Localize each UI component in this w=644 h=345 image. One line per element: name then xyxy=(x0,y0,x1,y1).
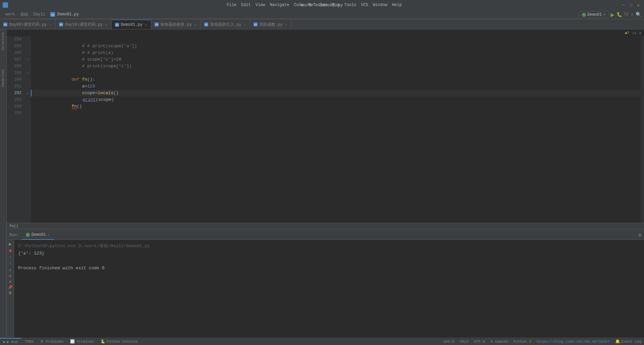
scroll-down-button[interactable]: ↓ xyxy=(9,261,11,266)
structure-tab[interactable]: Structure xyxy=(1,29,6,53)
fold-289[interactable]: ⊟ xyxy=(26,70,28,76)
bottom-tab-problems[interactable]: ⑥ Problems xyxy=(37,338,67,345)
warnings-chevron[interactable]: ∧ xyxy=(639,31,641,35)
editor-status-bar: fn() xyxy=(7,223,644,229)
scroll-up-button[interactable]: ↑ xyxy=(9,255,11,260)
breadcrumb-file[interactable]: Demo01.py xyxy=(57,12,79,17)
scrollbar-area[interactable] xyxy=(641,36,644,223)
bottom-tab-python-console[interactable]: 🐍 Python Console xyxy=(97,338,141,345)
console-output[interactable]: D:\Python38\python.exe D:/work/基础/Day11/… xyxy=(14,240,644,338)
menu-vcs[interactable]: VCS xyxy=(359,2,370,8)
filter-button[interactable]: ⊟ xyxy=(9,274,11,278)
ln-289: 289 xyxy=(9,70,21,76)
menu-window[interactable]: Window xyxy=(371,2,389,8)
editor-and-panel: ▲7 ✓1 ∧ 284 285 286 287 288 289 290 xyxy=(7,29,644,338)
panel-tab-close[interactable]: ✕ xyxy=(48,232,50,237)
bottom-tab-terminal[interactable]: ⬜ Terminal xyxy=(67,338,97,345)
panel-tab-icon xyxy=(26,233,30,237)
panel-tab-demo01[interactable]: Demo01 ✕ xyxy=(22,230,54,240)
run-tab-icon: ▶ xyxy=(3,340,6,344)
maximize-button[interactable]: □ xyxy=(628,2,634,8)
menu-edit[interactable]: Edit xyxy=(239,2,253,8)
ok-count[interactable]: ✓1 xyxy=(632,31,636,35)
status-line-ending[interactable]: CRLF xyxy=(457,338,471,345)
pin-button[interactable]: 📌 xyxy=(8,285,13,289)
favorites-tab[interactable]: Favorites xyxy=(1,66,6,90)
breadcrumb-work[interactable]: work xyxy=(5,12,15,17)
coverage-button[interactable]: 🛡 xyxy=(624,12,629,17)
tab-decorator-intro[interactable]: py 装饰器的引入.py ✕ xyxy=(201,20,250,29)
menu-file[interactable]: File xyxy=(225,2,238,8)
gutter-287: ⊟ xyxy=(24,56,31,63)
code-line-284: # # print(scope['a']) xyxy=(31,36,641,43)
left-tool-strip: Structure Favorites xyxy=(0,29,7,338)
run-config-dropdown[interactable]: Demo01 ▾ xyxy=(579,11,608,18)
marker-292: ⚠ xyxy=(26,90,28,96)
trash-button[interactable]: 🗑 xyxy=(8,291,12,295)
debug-button[interactable]: 🐛 xyxy=(616,12,622,17)
breadcrumb-jichu[interactable]: 基础 xyxy=(20,12,28,17)
code-line-291: scope=locals() xyxy=(31,83,641,90)
bottom-tab-todo[interactable]: TODO xyxy=(21,338,37,345)
code-line-294 xyxy=(31,103,641,110)
console-cmd-line: D:\Python38\python.exe D:/work/基础/Day11/… xyxy=(18,243,640,250)
ln-295: 295 xyxy=(9,110,21,117)
console-output3: Process finished with exit code 0 xyxy=(18,265,640,272)
tab-label-higher-order: 高阶函数.py xyxy=(259,22,283,27)
tab-close-decorator-intro[interactable]: ✕ xyxy=(243,22,247,27)
status-event-log[interactable]: 🔔 Event Log xyxy=(612,338,644,345)
code-content[interactable]: # # print(scope['a']) # # print(a) # sco… xyxy=(31,36,641,223)
panel-body: ▶ ■ ↑ ↓ ≡ ⊟ ⊕ 📌 🗑 D:\Python38\python.exe… xyxy=(7,240,644,338)
status-crlf: CRLF xyxy=(460,340,469,344)
ln-291: 291 xyxy=(9,83,21,90)
stop-button[interactable]: ■ xyxy=(9,248,11,254)
status-python[interactable]: Python 3 xyxy=(511,338,534,345)
tab-day10[interactable]: py Day10\课堂代码.py ✕ xyxy=(56,20,111,29)
minimize-button[interactable]: ─ xyxy=(621,2,627,8)
tab-close-demo01[interactable]: ✕ xyxy=(144,22,148,27)
status-url[interactable]: https://blog.csdn.net/m0_46738467 xyxy=(534,338,612,345)
tab-decorator-use[interactable]: py 装饰器的使用.py ✕ xyxy=(151,20,201,29)
close-button[interactable]: ✕ xyxy=(635,2,641,8)
tab-close-decorator-use[interactable]: ✕ xyxy=(194,22,197,27)
code-line-292: print(scope) xyxy=(31,90,641,96)
search-everywhere-button[interactable]: 🔍 xyxy=(636,12,641,17)
fold-287[interactable]: ⊟ xyxy=(26,56,28,63)
tab-day09[interactable]: py Day09\课堂代码.py ✕ xyxy=(0,20,56,29)
soft-wrap-button[interactable]: ≡ xyxy=(9,268,11,272)
menu-help[interactable]: Help xyxy=(390,2,404,8)
code-line-293: fn() xyxy=(31,96,641,103)
bottom-tab-python-icon: 🐍 xyxy=(101,339,105,344)
print-button[interactable]: ⊕ xyxy=(9,279,11,284)
status-encoding[interactable]: UTF-8 xyxy=(471,338,488,345)
run-button[interactable]: ▶ xyxy=(611,11,614,18)
status-bar-right: 292:5 CRLF UTF-8 4 spaces Python 3 https… xyxy=(441,338,644,345)
menu-view[interactable]: View xyxy=(254,2,267,8)
status-indent[interactable]: 4 spaces xyxy=(488,338,511,345)
tab-close-day10[interactable]: ✕ xyxy=(104,22,108,27)
tab-demo01[interactable]: py Demo01.py ✕ xyxy=(112,20,151,29)
run-config-chevron: ▾ xyxy=(603,12,605,17)
gutter-286 xyxy=(24,50,31,56)
bottom-tab-run[interactable]: ▶ ▶ Run xyxy=(0,338,21,345)
panel-settings-button[interactable]: ⚙ xyxy=(639,232,641,238)
menu-tools[interactable]: Tools xyxy=(342,2,358,8)
code-line-290: a=123 xyxy=(31,76,641,83)
status-position[interactable]: 292:5 xyxy=(441,338,457,345)
menu-navigate[interactable]: Navigate xyxy=(268,2,291,8)
tab-close-day09[interactable]: ✕ xyxy=(49,22,52,27)
run-config-icon xyxy=(582,13,586,17)
breadcrumb-day11[interactable]: Day11 xyxy=(33,12,45,17)
tab-icon-demo01: py xyxy=(115,23,119,27)
breadcrumb-sep1: › xyxy=(16,12,19,17)
main-area: Structure Favorites ▲7 ✓1 ∧ 284 285 xyxy=(0,29,644,338)
tab-higher-order[interactable]: py 高阶函数.py ✕ xyxy=(250,20,291,29)
tab-close-higher-order[interactable]: ✕ xyxy=(284,22,288,27)
panel-tab-bar: Run: Demo01 ✕ ⚙ xyxy=(7,230,644,240)
warning-count[interactable]: ▲7 xyxy=(625,31,629,35)
profile-button[interactable]: ⚡ xyxy=(631,12,634,17)
tab-label-decorator-intro: 装饰器的引入.py xyxy=(210,22,241,27)
code-line-289: def fn(): xyxy=(31,70,641,76)
status-encoding-text: UTF-8 xyxy=(474,340,485,344)
rerun-button[interactable]: ▶ xyxy=(9,241,11,247)
